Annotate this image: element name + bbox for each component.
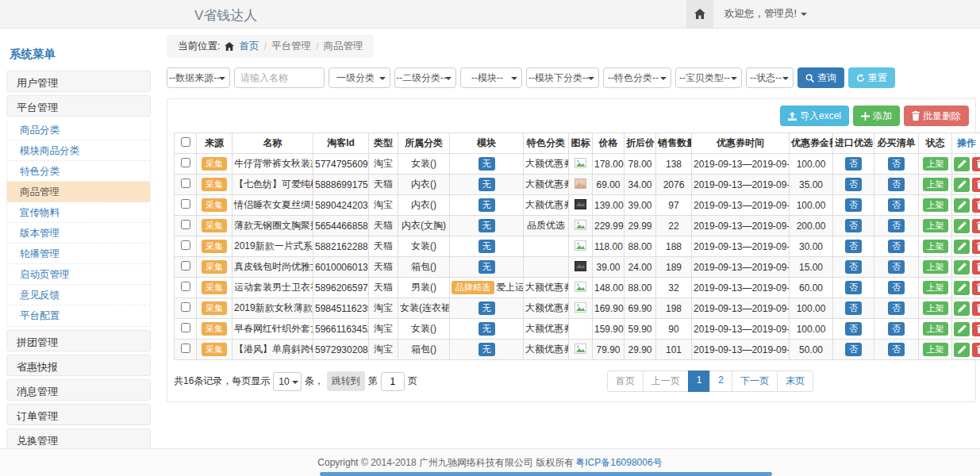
reset-button[interactable]: 重置	[848, 67, 895, 88]
must-buy-badge[interactable]: 否	[888, 240, 905, 253]
filter-select[interactable]: --模块下分类--	[526, 67, 599, 88]
sidebar-subitem[interactable]: 宣传物料	[7, 202, 150, 223]
edit-button[interactable]	[954, 343, 970, 357]
page-button[interactable]: 上一页	[643, 370, 689, 392]
sidebar-item[interactable]: 兑换管理	[6, 428, 151, 448]
sidebar-subitem[interactable]: 意见反馈	[7, 285, 150, 305]
must-buy-badge[interactable]: 否	[888, 178, 905, 191]
must-buy-badge[interactable]: 否	[888, 322, 905, 336]
per-page-select[interactable]: 10	[273, 372, 301, 391]
filter-select[interactable]: --数据来源--	[167, 67, 230, 88]
must-buy-badge[interactable]: 否	[888, 219, 905, 232]
delete-button[interactable]	[972, 260, 980, 274]
status-badge[interactable]: 上架	[923, 322, 948, 336]
horizontal-scrollbar[interactable]	[320, 472, 772, 476]
import-select-badge[interactable]: 否	[845, 198, 862, 212]
sidebar-item[interactable]: 用户管理	[6, 71, 151, 92]
status-badge[interactable]: 上架	[923, 343, 948, 356]
edit-button[interactable]	[954, 198, 970, 213]
row-checkbox[interactable]	[181, 344, 190, 353]
edit-button[interactable]	[954, 281, 970, 295]
status-badge[interactable]: 上架	[923, 198, 948, 212]
import-select-badge[interactable]: 否	[845, 178, 862, 191]
must-buy-badge[interactable]: 否	[888, 301, 905, 315]
query-button[interactable]: 查询	[797, 67, 844, 88]
edit-button[interactable]	[954, 219, 970, 233]
row-checkbox[interactable]	[181, 199, 190, 209]
must-buy-badge[interactable]: 否	[888, 157, 905, 171]
delete-button[interactable]	[972, 178, 980, 192]
page-button[interactable]: 首页	[607, 370, 644, 392]
row-checkbox[interactable]	[181, 282, 190, 291]
row-checkbox[interactable]	[181, 302, 190, 312]
page-button[interactable]: 下一页	[732, 370, 778, 392]
home-button[interactable]	[686, 0, 713, 28]
sidebar-subitem[interactable]: 轮播管理	[7, 244, 150, 264]
status-badge[interactable]: 上架	[923, 301, 948, 315]
delete-button[interactable]	[972, 219, 980, 233]
filter-select[interactable]: --状态--	[746, 67, 794, 88]
sidebar-item[interactable]: 拼团管理	[6, 330, 151, 351]
select-all-checkbox[interactable]	[181, 137, 190, 147]
sidebar-subitem[interactable]: 特色分类	[7, 161, 150, 182]
page-button[interactable]: 2	[709, 370, 732, 392]
import-select-badge[interactable]: 否	[845, 343, 862, 356]
row-checkbox[interactable]	[181, 178, 190, 188]
delete-button[interactable]	[972, 281, 980, 295]
jump-page-input[interactable]	[381, 372, 405, 391]
row-checkbox[interactable]	[181, 240, 190, 250]
edit-button[interactable]	[954, 157, 970, 171]
sidebar-subitem[interactable]: 启动页管理	[7, 264, 150, 285]
status-badge[interactable]: 上架	[923, 260, 948, 274]
filter-select[interactable]: --特色分类--	[603, 67, 671, 88]
sidebar-item[interactable]: 订单管理	[6, 404, 151, 425]
import-select-badge[interactable]: 否	[845, 301, 862, 315]
search-name-input[interactable]	[234, 67, 325, 88]
page-button[interactable]: 1	[688, 370, 711, 392]
status-badge[interactable]: 上架	[923, 178, 948, 191]
import-select-badge[interactable]: 否	[845, 260, 862, 274]
row-checkbox[interactable]	[181, 158, 190, 167]
sidebar-item[interactable]: 消息管理	[6, 379, 151, 401]
sidebar-subitem[interactable]: 商品分类	[7, 120, 150, 140]
import-excel-button[interactable]: 导入excel	[780, 106, 849, 126]
filter-select[interactable]: --宝贝类型--	[675, 67, 742, 88]
import-select-badge[interactable]: 否	[845, 157, 862, 171]
must-buy-badge[interactable]: 否	[888, 198, 905, 212]
row-checkbox[interactable]	[181, 220, 190, 229]
breadcrumb-home-link[interactable]: 首页	[239, 40, 259, 53]
edit-button[interactable]	[954, 260, 970, 274]
sidebar-item[interactable]: 平台管理	[6, 95, 151, 117]
import-select-badge[interactable]: 否	[845, 219, 862, 232]
row-checkbox[interactable]	[181, 323, 190, 332]
status-badge[interactable]: 上架	[923, 240, 948, 253]
sidebar-item[interactable]: 省惠快报	[6, 355, 151, 376]
must-buy-badge[interactable]: 否	[888, 281, 905, 294]
must-buy-badge[interactable]: 否	[888, 343, 905, 356]
edit-button[interactable]	[954, 240, 970, 254]
edit-button[interactable]	[954, 322, 970, 336]
batch-delete-button[interactable]: 批量删除	[904, 106, 969, 126]
filter-select[interactable]: 一级分类	[329, 67, 390, 88]
filter-select[interactable]: --模块--	[460, 67, 522, 88]
filter-select[interactable]: --二级分类--	[394, 67, 456, 88]
status-badge[interactable]: 上架	[923, 157, 948, 171]
status-badge[interactable]: 上架	[923, 219, 948, 232]
page-button[interactable]: 末页	[777, 370, 813, 392]
import-select-badge[interactable]: 否	[845, 281, 862, 294]
add-button[interactable]: 添加	[853, 106, 900, 126]
sidebar-subitem[interactable]: 商品管理	[7, 182, 150, 202]
edit-button[interactable]	[954, 301, 970, 316]
sidebar-subitem[interactable]: 模块商品分类	[7, 140, 150, 161]
must-buy-badge[interactable]: 否	[888, 260, 905, 274]
delete-button[interactable]	[972, 240, 980, 254]
icp-link[interactable]: 粤ICP备16098006号	[575, 456, 662, 470]
row-checkbox[interactable]	[181, 261, 190, 271]
status-badge[interactable]: 上架	[923, 281, 948, 294]
delete-button[interactable]	[972, 343, 980, 357]
import-select-badge[interactable]: 否	[845, 322, 862, 336]
delete-button[interactable]	[972, 198, 980, 213]
delete-button[interactable]	[972, 322, 980, 336]
delete-button[interactable]	[972, 301, 980, 316]
sidebar-subitem[interactable]: 版本管理	[7, 223, 150, 244]
